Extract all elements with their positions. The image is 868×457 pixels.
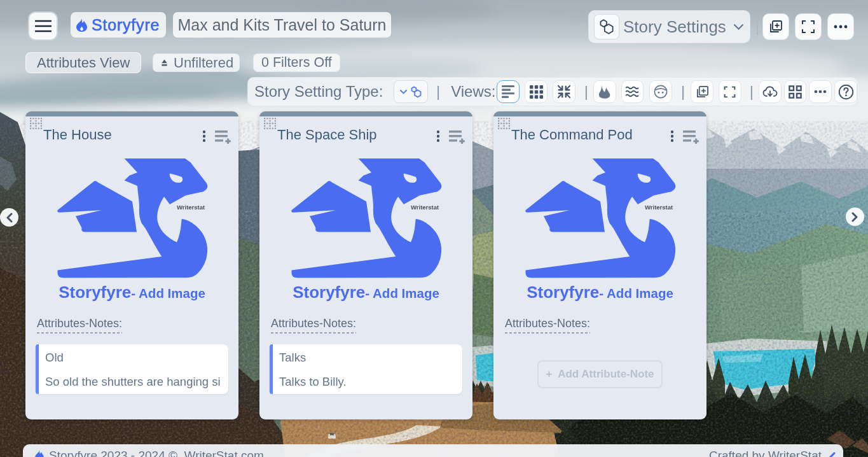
svg-text:Writerstat: Writerstat <box>411 204 439 211</box>
svg-text:Writerstat: Writerstat <box>645 204 673 211</box>
svg-text:Writerstat: Writerstat <box>177 204 205 211</box>
